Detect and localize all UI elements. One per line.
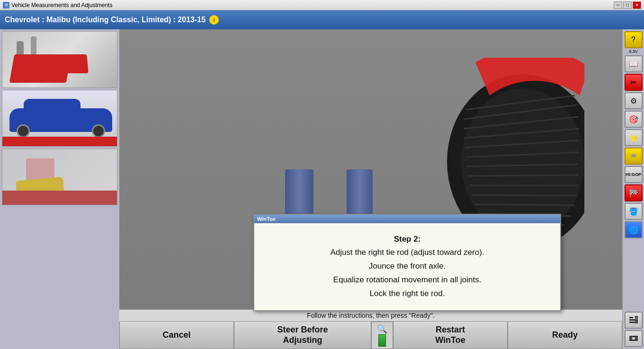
toolbar-btn-align2[interactable] [625,330,643,347]
svg-point-20 [635,316,638,319]
svg-line-12 [474,204,575,205]
main-layout: WinToe Step 2: Adjust the right tie rod … [0,29,644,349]
step-title: Step 2: [394,235,421,244]
svg-line-9 [468,175,578,176]
version-label: 0.3V [629,50,638,54]
toolbar-btn-race[interactable]: 🏁 [625,148,643,165]
toolbar-btn-text[interactable]: #0:GOP [625,166,643,183]
left-sidebar [0,29,119,349]
svg-point-1 [461,88,584,235]
steer-btn-content: Steer Before Adjusting [277,325,328,345]
toolbar-btn-star[interactable]: ⭐ [625,129,643,146]
wintoe-titlebar: WinToe [254,215,560,223]
cancel-button[interactable]: Cancel [119,322,234,349]
magnifier-area[interactable]: 🔍 [371,322,393,349]
svg-rect-17 [629,317,633,318]
3d-scene: WinToe Step 2: Adjust the right tie rod … [119,29,622,349]
app-icon: ⚙ [3,2,9,9]
star-icon: ⭐ [629,133,638,142]
wintoe-line4: Lock the right tie rod. [370,289,445,298]
restart-line1: Restart [436,325,465,335]
bottom-bar: Follow the instructions, then press "Rea… [119,309,622,349]
wintoe-line2: Jounce the front axle. [369,262,446,270]
toolbar-btn-globe[interactable]: 🌐 [625,221,643,238]
sidebar-image-1[interactable] [2,31,117,88]
restart-btn-content: Restart WinToe [435,325,465,345]
toolbar-btn-book[interactable]: 📖 [625,55,643,72]
right-toolbar: ? 0.3V 📖 ✂ ⚙ 🎯 ⭐ 🏁 #0:GOP 🏁 🪣 � [622,29,644,349]
restart-line2: WinToe [435,335,465,346]
steer-before-adjusting-button[interactable]: Steer Before Adjusting [234,322,371,349]
toolbar-btn-align1[interactable] [625,312,643,329]
steer-line2: Adjusting [283,335,322,346]
maximize-button[interactable]: □ [623,1,632,9]
button-bar: Cancel Steer Before Adjusting 🔍 Restar [119,322,622,349]
toolbar-btn-target[interactable]: 🎯 [625,111,643,128]
wintoe-content: Step 2: Adjust the right tie rod (adjust… [254,223,560,310]
ready-button[interactable]: Ready [508,322,622,349]
title-bar: ⚙ Vehicle Measurements and Adjustments ─… [0,0,644,10]
vehicle-title: Chevrolet : Malibu (Including Classic, L… [5,16,206,24]
svg-point-21 [635,321,638,323]
vehicle-header: Chevrolet : Malibu (Including Classic, L… [0,10,644,29]
magnifier-icon: 🔍 [377,324,387,334]
vehicle-info-icon[interactable]: i [209,15,219,25]
toolbar-btn-settings[interactable]: ⚙ [625,92,643,109]
toolbar-btn-flag[interactable]: 🏁 [625,184,643,201]
svg-point-25 [635,337,638,340]
svg-rect-19 [629,322,635,323]
toolbar-btn-scissors[interactable]: ✂ [625,74,643,91]
wintoe-dialog: WinToe Step 2: Adjust the right tie rod … [253,214,561,311]
align1-icon [628,315,639,325]
align2-icon [628,333,639,344]
book-icon: 📖 [629,60,638,69]
help-icon: ? [631,35,635,44]
steer-line1: Steer Before [277,325,328,335]
zoom-indicator [378,334,386,347]
flag-icon: 🏁 [629,189,638,198]
text-icon: #0:GOP [626,172,641,177]
close-button[interactable]: ✕ [633,1,641,9]
sidebar-image-2[interactable] [2,90,117,147]
instruction-text: Follow the instructions, then press "Rea… [307,312,435,319]
wintoe-line1: Adjust the right tie rod (adjust toward … [330,248,484,257]
settings-icon: ⚙ [630,96,637,105]
restart-wintoe-button[interactable]: Restart WinToe [393,322,508,349]
viewport-area: WinToe Step 2: Adjust the right tie rod … [119,29,622,349]
toolbar-btn-help[interactable]: ? [625,31,643,48]
race-icon: 🏁 [631,154,636,159]
minimize-button[interactable]: ─ [614,1,622,9]
toolbar-btn-bucket[interactable]: 🪣 [625,203,643,220]
globe-icon: 🌐 [629,226,638,235]
window-title: Vehicle Measurements and Adjustments [11,2,112,9]
svg-point-24 [629,337,632,340]
svg-line-11 [472,195,577,196]
target-icon: 🎯 [629,115,638,124]
instruction-bar: Follow the instructions, then press "Rea… [119,310,622,322]
wintoe-line3: Equalize rotational movement in all join… [333,275,482,284]
scissors-icon: ✂ [630,78,636,87]
window-controls: ─ □ ✕ [614,1,641,9]
gauge-svg [357,58,584,237]
bucket-icon: 🪣 [629,207,638,216]
sidebar-image-3[interactable] [2,148,117,205]
